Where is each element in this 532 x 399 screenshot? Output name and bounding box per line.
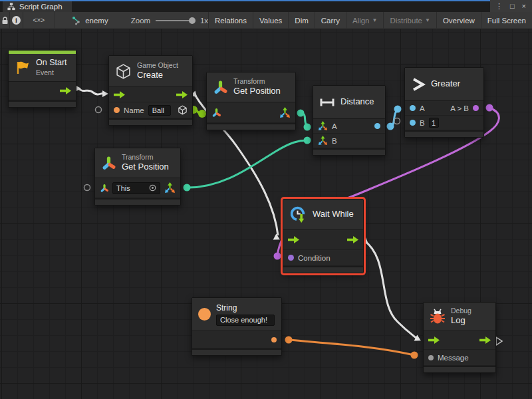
string-type-icon bbox=[198, 308, 211, 321]
wire-terminal-dot bbox=[198, 110, 206, 118]
unconnected-port-circle[interactable] bbox=[84, 185, 90, 191]
lock-button[interactable] bbox=[0, 12, 10, 29]
vector3-output-port[interactable] bbox=[279, 107, 291, 118]
flow-input-port[interactable] bbox=[114, 91, 125, 98]
wire-terminal-dot bbox=[304, 137, 311, 144]
node-create-gameobject[interactable]: Game Object Create Name Ball bbox=[108, 55, 193, 126]
relations-button[interactable]: Relations bbox=[209, 12, 253, 29]
wait-clock-icon bbox=[289, 205, 307, 223]
b-value-field[interactable]: 1 bbox=[429, 118, 439, 128]
zoom-label: Zoom bbox=[131, 17, 150, 25]
node-subtitle: Game Object bbox=[137, 61, 178, 70]
flow-output-port[interactable] bbox=[176, 91, 188, 98]
node-on-start[interactable]: On Start Event bbox=[8, 50, 76, 108]
wire-terminal-dot bbox=[304, 124, 311, 131]
node-subtitle: Debug bbox=[451, 307, 471, 315]
node-distance[interactable]: Distance A B bbox=[313, 85, 386, 156]
graph-name: enemy bbox=[85, 17, 108, 25]
window-close-icon[interactable]: × bbox=[522, 3, 526, 10]
bool-output-port[interactable] bbox=[473, 105, 479, 111]
values-button[interactable]: Values bbox=[253, 12, 289, 29]
flow-output-port[interactable] bbox=[60, 87, 71, 94]
flow-output-port[interactable] bbox=[347, 236, 358, 243]
code-view-button[interactable]: <×> bbox=[23, 12, 56, 29]
node-title: Create bbox=[137, 70, 178, 80]
node-get-position-a[interactable]: Transform Get Position bbox=[206, 72, 296, 130]
node-footer bbox=[9, 102, 76, 107]
string-value-field[interactable]: Close enough! bbox=[216, 315, 275, 326]
node-footer bbox=[192, 350, 281, 355]
node-title: On Start bbox=[36, 58, 67, 68]
node-string[interactable]: String Close enough! bbox=[192, 297, 282, 356]
window-menu-icon[interactable]: ⋮ bbox=[495, 3, 503, 10]
node-footer bbox=[283, 267, 363, 273]
graph-canvas[interactable]: On Start Event Game Object Create bbox=[0, 29, 532, 399]
bug-icon bbox=[430, 309, 446, 325]
transform-icon bbox=[101, 156, 116, 171]
float-input-port[interactable] bbox=[410, 105, 416, 111]
vector3-output-port[interactable] bbox=[164, 182, 176, 194]
port-label: A bbox=[332, 122, 337, 130]
gameobject-output-port[interactable] bbox=[178, 105, 188, 115]
target-value-field[interactable]: This bbox=[112, 182, 160, 194]
node-greater[interactable]: Greater A A > B B 1 bbox=[404, 67, 484, 138]
wire-terminal-dot bbox=[274, 253, 281, 260]
node-debug-log[interactable]: Debug Log Message bbox=[423, 302, 496, 373]
string-output-port[interactable] bbox=[271, 337, 277, 342]
node-footer bbox=[424, 367, 495, 372]
node-subtitle: Transform bbox=[122, 153, 169, 162]
vector3-input-port[interactable] bbox=[318, 136, 328, 146]
unconnected-port-circle[interactable] bbox=[96, 107, 102, 113]
vector3-input-port[interactable] bbox=[318, 121, 328, 131]
node-footer bbox=[109, 120, 192, 125]
overview-button[interactable]: Overview bbox=[437, 12, 481, 29]
float-input-port[interactable] bbox=[410, 120, 416, 126]
message-input-port[interactable] bbox=[428, 355, 434, 360]
window-maximize-icon[interactable]: □ bbox=[510, 3, 515, 10]
node-title: Log bbox=[451, 315, 471, 326]
distribute-dropdown[interactable]: Distribute▼ bbox=[384, 12, 437, 29]
flow-input-port[interactable] bbox=[288, 236, 299, 243]
align-dropdown[interactable]: Align▼ bbox=[346, 12, 384, 29]
transform-icon bbox=[213, 80, 228, 95]
node-footer bbox=[95, 200, 180, 205]
chevron-down-icon: ▼ bbox=[425, 17, 430, 23]
node-wait-while[interactable]: Wait While Condition bbox=[283, 199, 364, 273]
unconnected-port-circle[interactable] bbox=[394, 118, 400, 124]
dim-button[interactable]: Dim bbox=[289, 12, 315, 29]
info-button[interactable]: i bbox=[10, 12, 23, 29]
wire-flow-waitwhile-debug[interactable] bbox=[364, 241, 418, 339]
zoom-slider-handle[interactable] bbox=[189, 17, 196, 24]
tab-title: Script Graph bbox=[19, 3, 63, 11]
wire-string-debug-message[interactable] bbox=[289, 340, 414, 355]
name-value-field[interactable]: Ball bbox=[148, 105, 171, 116]
transform-input-port[interactable] bbox=[100, 184, 109, 193]
node-title: Get Position bbox=[122, 162, 169, 172]
tab-script-graph[interactable]: Script Graph bbox=[3, 1, 72, 12]
string-input-port[interactable] bbox=[114, 107, 120, 113]
wire-terminal-dot bbox=[394, 106, 402, 113]
wire-terminal-dot bbox=[285, 336, 293, 344]
zoom-value: 1x bbox=[200, 17, 208, 25]
unconnected-flow-triangle[interactable] bbox=[496, 337, 502, 345]
greater-than-icon bbox=[411, 77, 426, 92]
carry-button[interactable]: Carry bbox=[315, 12, 346, 29]
object-picker-icon[interactable] bbox=[149, 184, 156, 192]
wire-flow-onstart-create[interactable] bbox=[78, 88, 104, 94]
graph-breadcrumb[interactable]: enemy bbox=[72, 16, 108, 25]
wire-terminal-dot bbox=[184, 184, 191, 192]
wire-end-arrow bbox=[102, 90, 108, 97]
bool-input-port[interactable] bbox=[288, 255, 294, 261]
wire-vector-getpositionb-distanceb[interactable] bbox=[187, 140, 307, 188]
node-title: Greater bbox=[431, 78, 460, 89]
flow-output-port[interactable] bbox=[479, 336, 491, 344]
float-output-port[interactable] bbox=[374, 123, 380, 129]
node-get-position-b[interactable]: Transform Get Position This bbox=[94, 148, 181, 205]
zoom-slider[interactable] bbox=[156, 20, 194, 21]
full-screen-button[interactable]: Full Screen bbox=[481, 12, 532, 29]
node-footer bbox=[313, 150, 385, 155]
flow-input-port[interactable] bbox=[428, 336, 440, 344]
graph-hierarchy-icon bbox=[7, 3, 15, 11]
graph-toolbar: i <×> enemy Zoom 1x Relations Values Dim… bbox=[0, 12, 532, 29]
transform-input-port[interactable] bbox=[211, 108, 221, 118]
